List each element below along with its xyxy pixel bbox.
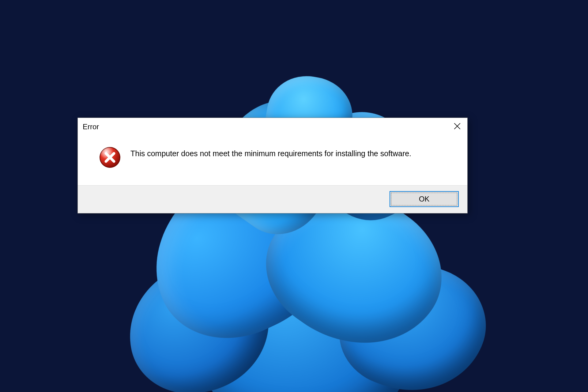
dialog-message: This computer does not meet the minimum …: [130, 147, 411, 159]
ok-button[interactable]: OK: [390, 191, 459, 207]
dialog-title: Error: [83, 123, 99, 131]
dialog-content: This computer does not meet the minimum …: [78, 136, 467, 185]
error-icon: [99, 147, 121, 168]
error-dialog: Error: [77, 118, 468, 213]
dialog-titlebar: Error: [78, 118, 467, 136]
close-icon: [454, 123, 461, 131]
close-button[interactable]: [447, 118, 467, 136]
dialog-button-bar: OK: [78, 185, 467, 213]
